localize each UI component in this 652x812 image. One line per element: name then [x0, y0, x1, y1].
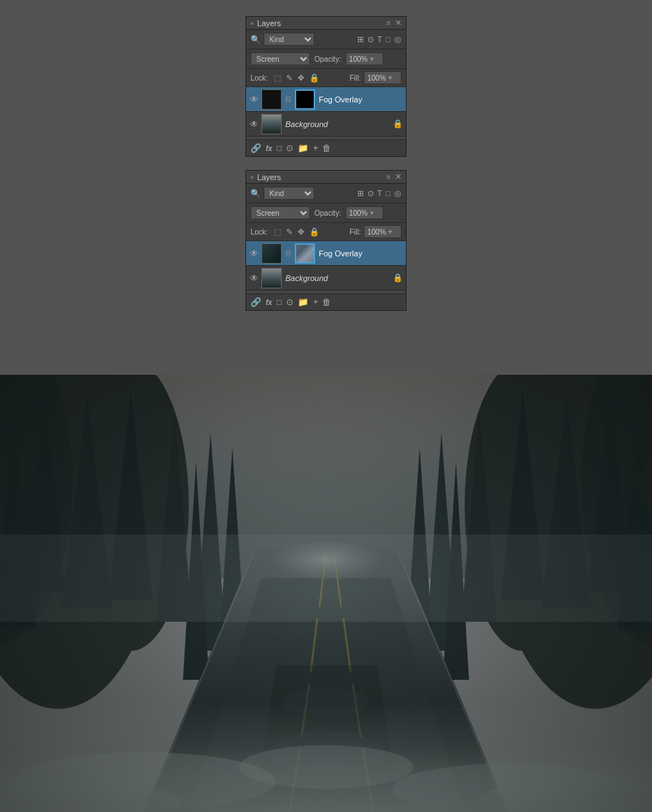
layer-4-lock-icon: 🔒: [393, 273, 403, 283]
panel-2-fill-label: Fill:: [349, 228, 361, 236]
layer-3-chain-icon: ⛓: [285, 249, 292, 257]
panel-2-group-icon[interactable]: 📁: [298, 297, 309, 307]
panels-container: « Layers ≡ ✕ 🔍 Kind ⊞ ⊙ T □ ◎: [245, 16, 407, 318]
panel-2-filter-shape-icon[interactable]: □: [386, 189, 391, 198]
panel-2-lock-image-icon[interactable]: ✎: [285, 227, 294, 237]
panel-2-lock-label: Lock:: [250, 228, 268, 236]
panel-2-filter-smart-icon[interactable]: ◎: [394, 189, 402, 198]
panel-1-toolbar: 🔗 fx □ ⊙ 📁 + 🗑: [246, 139, 406, 156]
panel-1-mask-icon[interactable]: □: [277, 143, 282, 153]
panel-1-kind-select[interactable]: Kind: [264, 33, 314, 46]
photo-background: [0, 375, 652, 812]
panel-1-new-icon[interactable]: +: [313, 143, 318, 153]
layer-1-eye-icon[interactable]: 👁: [249, 94, 259, 105]
panel-2-opacity-text: 100%: [349, 209, 368, 217]
panel-2-fx-icon[interactable]: fx: [266, 299, 272, 306]
panel-1-lock-icons: ⬚ ✎ ✥ 🔒: [272, 73, 321, 84]
panel-1-lock-row: Lock: ⬚ ✎ ✥ 🔒 Fill: 100% ▼: [246, 69, 406, 87]
panel-2-mask-icon[interactable]: □: [277, 297, 282, 307]
panel-1-opacity-text: 100%: [349, 55, 368, 63]
layer-item-background-2[interactable]: 👁 Background 🔒: [246, 266, 406, 291]
layer-3-mask-wrapper: [295, 243, 315, 264]
panel-1-filter-shape-icon[interactable]: □: [386, 35, 391, 44]
panel-2-toolbar: 🔗 fx □ ⊙ 📁 + 🗑: [246, 293, 406, 310]
layer-1-mask-thumb: [295, 89, 315, 110]
panel-2-titlebar: « Layers ≡ ✕: [246, 171, 406, 184]
layer-item-fog-overlay-1[interactable]: 👁 ⛓ Fog Overlay: [246, 87, 406, 112]
panel-1-link-icon[interactable]: 🔗: [250, 143, 261, 153]
panel-2-collapse-icon[interactable]: «: [250, 174, 254, 181]
panel-1-titlebar: « Layers ≡ ✕: [246, 17, 406, 30]
panel-2-lock-all-icon[interactable]: 🔒: [308, 227, 321, 237]
panel-1-lock-label: Lock:: [250, 74, 268, 82]
layer-item-fog-overlay-2[interactable]: 👁 ⛓ Fog Overlay: [246, 241, 406, 266]
panel-2-blend-select[interactable]: Screen: [250, 206, 310, 219]
layer-2-eye-icon[interactable]: 👁: [249, 119, 259, 129]
panel-1-filter-type-icon[interactable]: T: [378, 35, 383, 44]
panel-separator: [245, 164, 407, 170]
panel-1-opacity-value[interactable]: 100% ▼: [346, 52, 383, 65]
layer-1-name: Fog Overlay: [319, 95, 362, 104]
svg-rect-48: [0, 375, 652, 812]
layer-3-mask-thumb: [295, 243, 315, 264]
panel-2-filter-type-icon[interactable]: T: [378, 189, 383, 198]
panel-2-fill-section: Fill: 100% ▼: [349, 225, 402, 238]
panel-2-kind-select[interactable]: Kind: [264, 187, 314, 200]
layer-1-chain-icon: ⛓: [285, 95, 292, 103]
layer-3-name: Fog Overlay: [319, 249, 362, 258]
panel-1-fill-value[interactable]: 100% ▼: [364, 71, 402, 84]
panel-2-filter-adjust-icon[interactable]: ⊙: [367, 189, 374, 198]
panel-1-close-icon[interactable]: ✕: [395, 18, 402, 28]
panel-2-new-icon[interactable]: +: [313, 297, 318, 307]
panel-2-menu-icon[interactable]: ≡: [386, 173, 391, 181]
panel-1-collapse-icon[interactable]: «: [250, 20, 254, 27]
layer-4-name: Background: [285, 274, 328, 283]
panel-2-blend-row: Screen Opacity: 100% ▼: [246, 203, 406, 223]
panel-2-lock-transparent-icon[interactable]: ⬚: [272, 227, 282, 237]
panel-1-lock-image-icon[interactable]: ✎: [285, 73, 294, 84]
panel-1-filter-adjust-icon[interactable]: ⊙: [367, 35, 374, 44]
panel-1-kind-row: 🔍 Kind ⊞ ⊙ T □ ◎: [246, 30, 406, 49]
layer-2-main-thumb: [261, 114, 282, 134]
panel-1-fill-section: Fill: 100% ▼: [349, 71, 402, 84]
layer-1-thumb-wrapper: [261, 89, 282, 110]
layer-4-thumb-wrapper: [261, 268, 282, 288]
layer-4-eye-icon[interactable]: 👁: [249, 273, 259, 283]
layers-panel-2: « Layers ≡ ✕ 🔍 Kind ⊞ ⊙ T □ ◎: [245, 170, 407, 311]
panel-1-lock-position-icon[interactable]: ✥: [296, 73, 306, 84]
panel-2-fill-arrow: ▼: [388, 229, 394, 235]
panel-1-filter-smart-icon[interactable]: ◎: [394, 35, 402, 44]
panel-2-title-left: « Layers: [250, 173, 281, 182]
panel-2-lock-position-icon[interactable]: ✥: [296, 227, 306, 237]
panel-2-adjust-icon[interactable]: ⊙: [286, 297, 293, 307]
panel-2-filter-icons: ⊞ ⊙ T □ ◎: [319, 189, 402, 198]
panel-1-adjust-icon[interactable]: ⊙: [286, 143, 293, 153]
panel-1-fill-text: 100%: [367, 74, 386, 82]
panel-1-title-left: « Layers: [250, 19, 281, 28]
panel-1-delete-icon[interactable]: 🗑: [322, 143, 331, 153]
layer-item-background-1[interactable]: 👁 Background 🔒: [246, 112, 406, 137]
layer-4-main-thumb: [261, 268, 282, 288]
panel-1-blend-select[interactable]: Screen: [250, 52, 310, 65]
panel-2-opacity-value[interactable]: 100% ▼: [346, 206, 383, 219]
panel-1-filter-icons: ⊞ ⊙ T □ ◎: [319, 35, 402, 44]
panel-2-fill-text: 100%: [367, 228, 386, 236]
panel-1-group-icon[interactable]: 📁: [298, 143, 309, 153]
panel-1-title: Layers: [257, 19, 281, 28]
panel-1-lock-all-icon[interactable]: 🔒: [308, 73, 321, 84]
panel-2-delete-icon[interactable]: 🗑: [322, 297, 331, 307]
panel-1-filter-pixel-icon[interactable]: ⊞: [357, 35, 364, 44]
panel-1-fill-arrow: ▼: [388, 75, 394, 81]
panel-1-fx-icon[interactable]: fx: [266, 145, 272, 153]
panel-2-link-icon[interactable]: 🔗: [250, 297, 261, 307]
panel-2-opacity-arrow: ▼: [369, 210, 375, 216]
panel-1-menu-icon[interactable]: ≡: [386, 19, 391, 27]
layer-1-mask-wrapper: [295, 89, 315, 110]
panel-2-close-icon[interactable]: ✕: [395, 172, 402, 182]
road-svg: [0, 375, 652, 812]
layer-1-main-thumb: [261, 89, 282, 110]
layer-3-eye-icon[interactable]: 👁: [249, 248, 259, 259]
panel-1-lock-transparent-icon[interactable]: ⬚: [272, 73, 282, 84]
panel-2-filter-pixel-icon[interactable]: ⊞: [357, 189, 364, 198]
panel-2-fill-value[interactable]: 100% ▼: [364, 225, 402, 238]
